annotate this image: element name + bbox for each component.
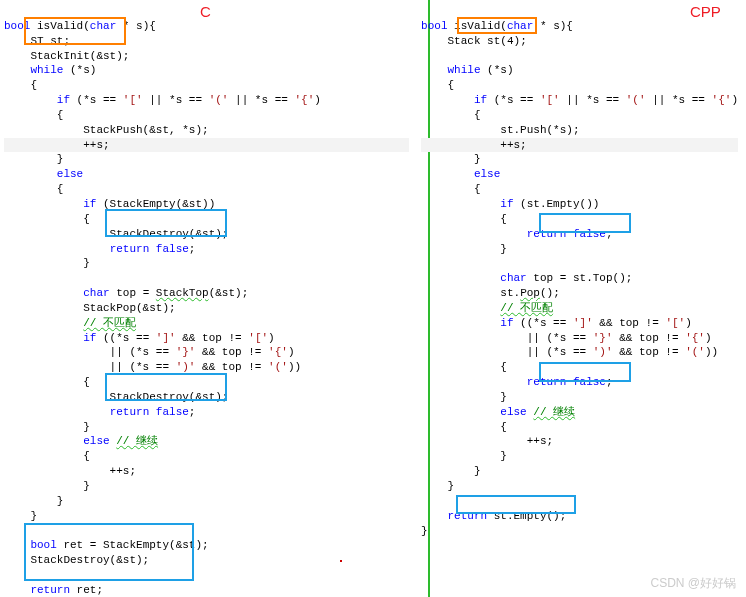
t: ']': [156, 332, 176, 344]
t: {: [421, 361, 507, 373]
t: else: [57, 168, 83, 180]
t: ): [314, 94, 321, 106]
highlight-box-orange: [24, 17, 126, 45]
t: '}': [176, 346, 196, 358]
t: [421, 302, 500, 314]
t: }: [4, 510, 37, 522]
t: [4, 406, 110, 418]
t: if: [83, 332, 96, 344]
t: [421, 50, 428, 62]
t: }: [421, 465, 480, 477]
t: }: [421, 243, 507, 255]
t: [421, 510, 447, 522]
t: [4, 435, 83, 447]
t: [421, 257, 428, 269]
t: }: [421, 153, 480, 165]
t: (&st);: [209, 287, 249, 299]
t: || *s ==: [560, 94, 626, 106]
t: ): [288, 346, 295, 358]
t: StackInit(&st);: [4, 50, 129, 62]
t: ++s;: [4, 465, 136, 477]
t: }: [4, 153, 63, 165]
t: '{': [268, 346, 288, 358]
t: [421, 228, 527, 240]
t: (*s): [63, 64, 96, 76]
t: }: [421, 450, 507, 462]
t: {: [421, 109, 480, 121]
t: [421, 64, 447, 76]
t: StackTop: [156, 287, 209, 299]
t: return: [110, 406, 150, 418]
t: bool: [421, 20, 447, 32]
t: }: [4, 421, 90, 433]
t: StackPush(&st, *s);: [4, 124, 209, 136]
t: ++s;: [4, 138, 409, 153]
t: Pop: [520, 287, 540, 299]
t: || (*s ==: [4, 346, 176, 358]
highlight-box-orange: [457, 17, 537, 34]
t: (*s ==: [70, 94, 123, 106]
t: st.: [421, 287, 520, 299]
t: ')': [593, 346, 613, 358]
t: char: [500, 272, 526, 284]
t: {: [421, 183, 480, 195]
t: ): [268, 332, 275, 344]
t: if: [474, 94, 487, 106]
t: )): [288, 361, 301, 373]
t: if: [83, 198, 96, 210]
t: // 不匹配: [500, 302, 553, 314]
t: '[': [540, 94, 560, 106]
t: [421, 168, 474, 180]
t: '(': [626, 94, 646, 106]
t: );: [514, 35, 527, 47]
t: top =: [110, 287, 156, 299]
t: )): [705, 346, 718, 358]
t: ): [705, 332, 712, 344]
t: (st.Empty()): [514, 198, 600, 210]
dot-icon: [340, 560, 342, 562]
watermark-text: CSDN @好好锅: [650, 575, 736, 591]
t: [149, 406, 156, 418]
t: }: [421, 391, 507, 403]
t: '{': [685, 332, 705, 344]
left-code-pane: bool isValid(char * s){ ST st; StackInit…: [0, 0, 417, 597]
t: {: [4, 376, 90, 388]
t: [421, 198, 500, 210]
t: ']': [573, 317, 593, 329]
t: (*s ==: [487, 94, 540, 106]
t: while: [448, 64, 481, 76]
t: // 继续: [116, 435, 158, 447]
highlight-box-blue: [105, 373, 227, 401]
t: || (*s ==: [421, 332, 593, 344]
t: false: [156, 243, 189, 255]
t: && top !=: [195, 361, 268, 373]
t: '[': [248, 332, 268, 344]
t: '{': [294, 94, 314, 106]
t: [421, 317, 500, 329]
t: [4, 287, 83, 299]
t: '(': [685, 346, 705, 358]
t: || *s ==: [143, 94, 209, 106]
t: while: [30, 64, 63, 76]
t: }: [4, 480, 90, 492]
t: else: [474, 168, 500, 180]
t: top = st.Top();: [527, 272, 633, 284]
t: * s){: [533, 20, 573, 32]
t: else: [500, 406, 526, 418]
t: ++s;: [421, 138, 738, 153]
t: ')': [176, 361, 196, 373]
t: [421, 406, 500, 418]
t: }: [4, 257, 90, 269]
t: {: [4, 213, 90, 225]
t: [421, 272, 500, 284]
t: ;: [189, 243, 196, 255]
t: {: [421, 79, 454, 91]
highlight-box-blue: [539, 213, 631, 233]
t: false: [156, 406, 189, 418]
t: (*s): [481, 64, 514, 76]
t: ): [731, 94, 738, 106]
t: if: [500, 198, 513, 210]
t: if: [500, 317, 513, 329]
t: }: [4, 495, 63, 507]
t: [4, 272, 11, 284]
